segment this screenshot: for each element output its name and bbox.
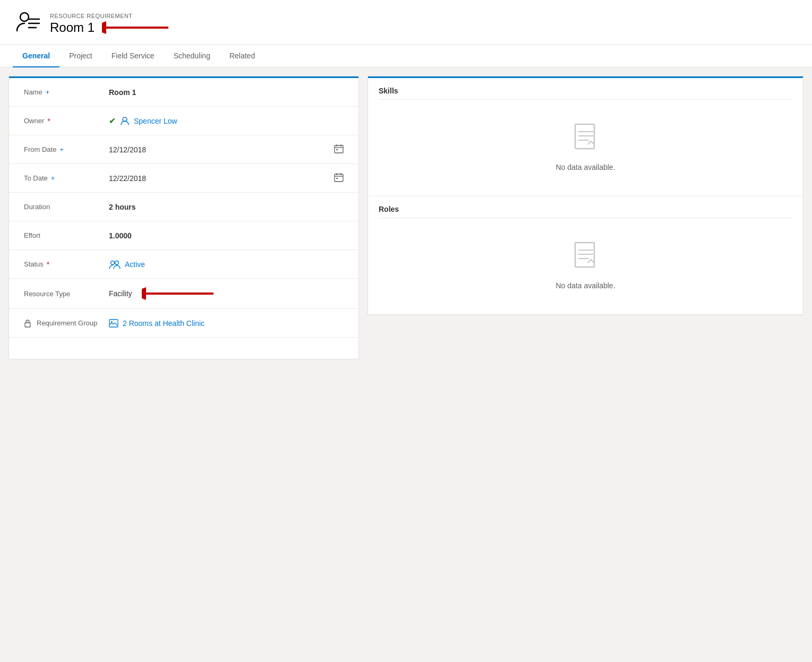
header-title: Room 1 [50,20,95,35]
skills-section: Skills No data available. [368,78,803,196]
image-icon [109,319,118,328]
owner-status-icon: ✔ [109,116,116,126]
field-status: Status * Active [9,250,358,279]
page-header: RESOURCE REQUIREMENT Room 1 [0,0,812,45]
status-link[interactable]: Active [125,260,145,269]
resource-type-label: Resource Type [24,290,109,298]
duration-label: Duration [24,203,109,211]
tab-related[interactable]: Related [220,45,264,67]
left-panel: Name + Room 1 Owner * ✔ Spencer Low [8,76,359,359]
to-date-calendar-icon[interactable] [334,173,344,184]
group-icon [109,260,121,269]
tab-field-service[interactable]: Field Service [102,45,164,67]
field-resource-type: Resource Type Facility [9,279,358,309]
right-panel-inner: Skills No data available. [368,76,803,315]
to-date-value: 12/22/2018 [109,173,344,184]
effort-label: Effort [24,231,109,239]
status-label: Status * [24,260,109,269]
field-requirement-group: Requirement Group 2 Rooms at Health Clin… [9,309,358,338]
resource-requirement-icon [15,10,40,38]
bottom-spacer [9,338,358,359]
effort-value: 1.0000 [109,231,344,240]
svg-point-0 [20,13,29,21]
skills-no-data-icon [571,122,601,158]
svg-point-18 [115,261,119,264]
owner-required-indicator: * [47,117,50,125]
roles-no-data-text: No data available. [555,281,615,290]
resource-type-arrow-annotation [142,286,216,301]
svg-point-23 [111,321,113,323]
tab-bar: General Project Field Service Scheduling… [0,45,812,67]
status-required-indicator: * [47,260,49,269]
svg-rect-11 [336,149,338,150]
name-label: Name + [24,88,109,96]
resource-type-value: Facility [109,286,344,301]
duration-value: 2 hours [109,203,344,211]
lock-icon [24,319,31,328]
field-to-date: To Date + 12/22/2018 [9,164,358,193]
svg-rect-7 [335,145,343,153]
svg-rect-16 [336,178,338,179]
roles-title: Roles [379,205,792,218]
field-effort: Effort 1.0000 [9,221,358,250]
svg-point-17 [111,261,115,264]
roles-no-data-icon [571,240,601,276]
svg-rect-12 [335,174,343,182]
skills-title: Skills [379,87,792,100]
tab-general[interactable]: General [13,45,59,67]
name-value: Room 1 [109,88,344,97]
from-date-calendar-icon[interactable] [334,144,344,156]
owner-value: ✔ Spencer Low [109,116,344,126]
field-owner: Owner * ✔ Spencer Low [9,107,358,135]
header-text-block: RESOURCE REQUIREMENT Room 1 [50,13,171,35]
from-date-required-indicator: + [59,145,64,153]
field-from-date: From Date + 12/12/2018 [9,135,358,164]
tab-project[interactable]: Project [59,45,102,67]
left-panel-inner: Name + Room 1 Owner * ✔ Spencer Low [9,76,358,359]
roles-section: Roles No data available. [368,196,803,315]
person-icon [120,116,130,126]
requirement-group-link[interactable]: 2 Rooms at Health Clinic [123,319,204,328]
owner-label: Owner * [24,117,109,125]
field-duration: Duration 2 hours [9,193,358,221]
status-value: Active [109,260,344,269]
requirement-group-label: Requirement Group [24,319,109,328]
to-date-required-indicator: + [51,174,55,182]
red-arrow-annotation [102,20,171,35]
svg-rect-21 [25,323,30,327]
skills-no-data: No data available. [379,106,792,187]
skills-no-data-text: No data available. [555,163,615,171]
from-date-label: From Date + [24,145,109,153]
from-date-value: 12/12/2018 [109,144,344,156]
name-required-indicator: + [46,88,50,96]
roles-no-data: No data available. [379,225,792,306]
to-date-label: To Date + [24,174,109,182]
right-panel: Skills No data available. [367,76,804,315]
owner-link[interactable]: Spencer Low [134,117,177,125]
header-subtitle: RESOURCE REQUIREMENT [50,13,171,19]
main-content: Name + Room 1 Owner * ✔ Spencer Low [0,67,812,368]
requirement-group-value: 2 Rooms at Health Clinic [109,319,344,328]
header-title-row: Room 1 [50,20,171,35]
tab-scheduling[interactable]: Scheduling [164,45,220,67]
field-name: Name + Room 1 [9,78,358,107]
